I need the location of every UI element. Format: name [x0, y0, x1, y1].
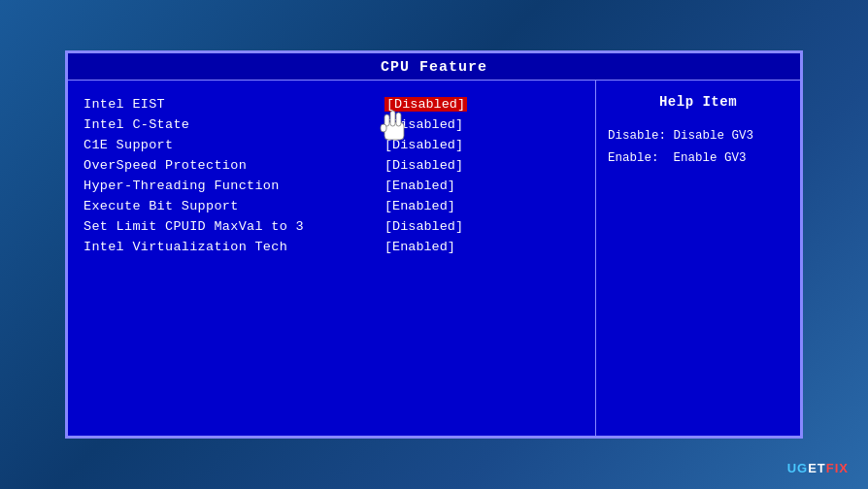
- bios-row-cpuid[interactable]: Set Limit CPUID MaxVal to 3 [Disabled]: [83, 216, 580, 237]
- bios-main-panel: Intel EIST [Disabled] Intel C-State [Dis…: [68, 81, 596, 436]
- ugetfix-badge: UGETFIX: [787, 461, 849, 475]
- value-cpuid: [Disabled]: [384, 219, 463, 234]
- label-hyperthreading: Hyper-Threading Function: [83, 179, 384, 193]
- value-execute-bit: [Enabled]: [384, 199, 455, 213]
- badge-et: ET: [808, 461, 826, 475]
- value-intel-eist: [Disabled]: [384, 97, 467, 112]
- bios-title: CPU Feature: [68, 53, 800, 81]
- bios-row-overspeed[interactable]: OverSpeed Protection [Disabled]: [83, 155, 580, 176]
- label-intel-cstate: Intel C-State: [83, 117, 384, 132]
- label-overspeed: OverSpeed Protection: [83, 158, 384, 173]
- bios-row-intel-cstate[interactable]: Intel C-State [Disabled]: [83, 114, 580, 135]
- value-virtualization: [Enabled]: [384, 240, 455, 254]
- label-execute-bit: Execute Bit Support: [83, 199, 384, 213]
- bios-help-panel: Help Item Disable: Disable GV3 Enable: E…: [596, 81, 800, 436]
- label-virtualization: Intel Virtualization Tech: [83, 240, 384, 254]
- bios-row-virtualization[interactable]: Intel Virtualization Tech [Enabled]: [83, 237, 580, 257]
- bios-row-c1e-support[interactable]: C1E Support [Disabled]: [83, 135, 580, 155]
- value-hyperthreading: [Enabled]: [384, 179, 455, 193]
- bios-row-intel-eist[interactable]: Intel EIST [Disabled]: [83, 94, 580, 114]
- value-intel-cstate: [Disabled]: [384, 117, 463, 132]
- label-intel-eist: Intel EIST: [83, 97, 384, 112]
- value-overspeed: [Disabled]: [384, 158, 463, 173]
- label-cpuid: Set Limit CPUID MaxVal to 3: [83, 219, 384, 234]
- value-c1e-support: [Disabled]: [384, 138, 463, 152]
- help-title: Help Item: [608, 94, 788, 110]
- bios-row-execute-bit[interactable]: Execute Bit Support [Enabled]: [83, 196, 580, 216]
- bios-body: Intel EIST [Disabled] Intel C-State [Dis…: [68, 81, 800, 436]
- label-c1e-support: C1E Support: [83, 138, 384, 152]
- badge-ug: UG: [787, 461, 809, 475]
- badge-fix: FIX: [826, 461, 849, 475]
- bios-row-hyperthreading[interactable]: Hyper-Threading Function [Enabled]: [83, 176, 580, 196]
- bios-window: CPU Feature Intel EIST [Disabled] Intel …: [65, 50, 803, 439]
- help-content: Disable: Disable GV3 Enable: Enable GV3: [608, 125, 788, 169]
